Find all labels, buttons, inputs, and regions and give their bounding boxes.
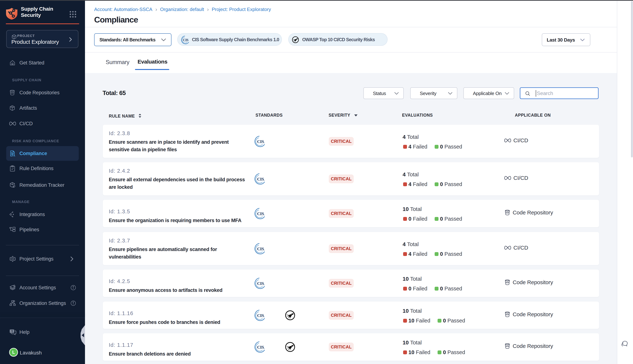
svg-text:CIS: CIS <box>257 139 264 144</box>
svg-text:CIS: CIS <box>257 211 264 216</box>
svg-text:CIS: CIS <box>257 313 264 318</box>
svg-text:CIS: CIS <box>257 246 264 251</box>
svg-text:?: ? <box>11 330 13 333</box>
svg-text:CIS: CIS <box>257 177 264 182</box>
svg-text:CIS: CIS <box>257 345 264 350</box>
svg-text:CIS: CIS <box>183 38 188 42</box>
svg-text:CIS: CIS <box>257 281 264 286</box>
